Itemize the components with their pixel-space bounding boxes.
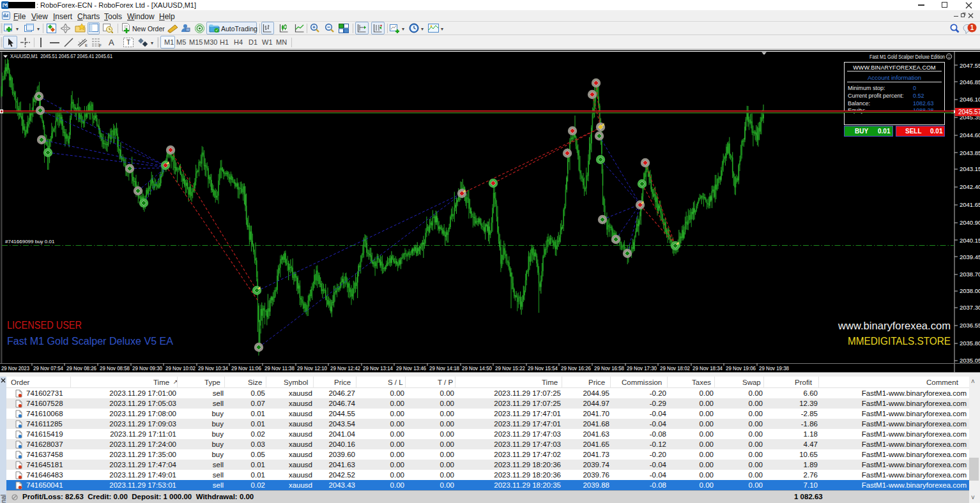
svg-text:2043.85: 2043.85 — [960, 149, 980, 156]
svg-text:29 Nov 07:54: 29 Nov 07:54 — [33, 365, 63, 372]
svg-text:29 Nov 19:38: 29 Nov 19:38 — [759, 365, 789, 372]
svg-text:2036.55: 2036.55 — [960, 322, 980, 329]
svg-text:29 Nov 10:02: 29 Nov 10:02 — [165, 365, 195, 372]
svg-text:MMEDIGITALS.STORE: MMEDIGITALS.STORE — [848, 335, 951, 347]
svg-text:2035.05: 2035.05 — [960, 357, 980, 364]
svg-text:2035.80: 2035.80 — [960, 340, 980, 347]
svg-text:2046.10: 2046.10 — [960, 96, 980, 103]
svg-text:29 Nov 10:34: 29 Nov 10:34 — [198, 365, 228, 372]
svg-text:2046.85: 2046.85 — [960, 79, 980, 86]
svg-text:2042.40: 2042.40 — [960, 183, 980, 190]
svg-text:LICENSED USER: LICENSED USER — [7, 320, 82, 331]
svg-text:2044.60: 2044.60 — [960, 131, 980, 139]
svg-text:29 Nov 18:02: 29 Nov 18:02 — [660, 365, 690, 372]
svg-text:29 Nov 18:34: 29 Nov 18:34 — [693, 365, 723, 372]
svg-text:29 Nov 19:06: 29 Nov 19:06 — [726, 365, 756, 372]
svg-text:29 Nov 09:30: 29 Nov 09:30 — [132, 365, 162, 372]
svg-text:2041.65: 2041.65 — [960, 201, 980, 208]
svg-text:2047.55: 2047.55 — [960, 62, 980, 69]
svg-text:29 Nov 17:30: 29 Nov 17:30 — [627, 365, 657, 372]
svg-text:2045.57: 2045.57 — [958, 109, 980, 116]
svg-text:2038.70: 2038.70 — [960, 271, 980, 278]
svg-text:2043.15: 2043.15 — [960, 165, 980, 172]
svg-text:29 Nov 11:38: 29 Nov 11:38 — [264, 365, 295, 372]
svg-text:29 Nov 16:26: 29 Nov 16:26 — [561, 365, 591, 372]
svg-text:#741669099 buy 0.01: #741669099 buy 0.01 — [5, 239, 55, 244]
svg-text:29 Nov 12:10: 29 Nov 12:10 — [297, 365, 327, 372]
svg-text:T: T — [126, 39, 130, 46]
svg-text:29 Nov 14:18: 29 Nov 14:18 — [429, 365, 459, 372]
svg-text:1: 1 — [970, 24, 974, 31]
svg-text:2037.30: 2037.30 — [960, 304, 980, 311]
svg-text:29 Nov 13:46: 29 Nov 13:46 — [396, 365, 426, 372]
svg-text:29 Nov 2023: 29 Nov 2023 — [1, 365, 29, 372]
svg-text:29 Nov 08:58: 29 Nov 08:58 — [100, 365, 130, 372]
svg-text:2040.90: 2040.90 — [960, 219, 980, 226]
svg-text:29 Nov 16:58: 29 Nov 16:58 — [594, 365, 624, 372]
svg-text:E: E — [85, 43, 88, 47]
svg-text:2040.15: 2040.15 — [960, 237, 980, 244]
svg-text:XAUUSD,M1 2045.51 2045.67 204: XAUUSD,M1 2045.51 2045.67 2045.41 2045.6… — [10, 52, 112, 59]
svg-text:29 Nov 13:14: 29 Nov 13:14 — [363, 365, 393, 372]
svg-text:29 Nov 12:42: 29 Nov 12:42 — [330, 365, 360, 372]
svg-text:29 Nov 15:22: 29 Nov 15:22 — [495, 365, 525, 372]
svg-text:Fast M1 Gold Scalper Deluxe Ed: Fast M1 Gold Scalper Deluxe Edition — [869, 53, 945, 60]
svg-text:Fast M1 Gold Scalper Deluxe V5: Fast M1 Gold Scalper Deluxe V5 EA — [7, 335, 173, 347]
svg-text:29 Nov 14:50: 29 Nov 14:50 — [462, 365, 492, 372]
svg-text:2039.45: 2039.45 — [960, 253, 980, 260]
svg-text:www.binaryforexea.com: www.binaryforexea.com — [838, 320, 951, 331]
svg-text:2038.00: 2038.00 — [960, 287, 980, 294]
svg-text:F: F — [99, 43, 102, 48]
svg-text:29 Nov 15:54: 29 Nov 15:54 — [528, 365, 558, 372]
svg-text:29 Nov 08:26: 29 Nov 08:26 — [66, 365, 96, 372]
svg-text:29 Nov 11:06: 29 Nov 11:06 — [231, 365, 261, 372]
